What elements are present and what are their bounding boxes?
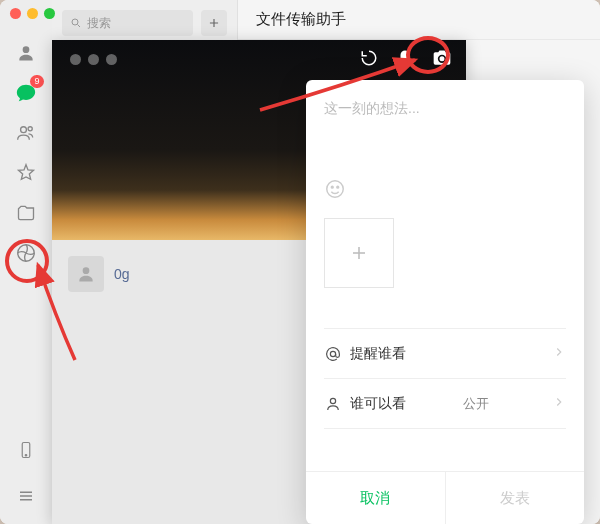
files-tab-icon[interactable] <box>10 197 42 229</box>
add-photo-button[interactable] <box>324 218 394 288</box>
at-icon <box>324 345 350 363</box>
camera-icon[interactable] <box>432 48 452 72</box>
chevron-right-icon <box>552 395 566 412</box>
svg-point-10 <box>337 186 339 188</box>
sidebar-bottom <box>10 434 42 512</box>
chevron-right-icon <box>552 345 566 362</box>
feed-item-name: 0g <box>114 266 130 282</box>
mention-label: 提醒谁看 <box>350 345 406 363</box>
visibility-value: 公开 <box>463 395 489 413</box>
window-controls <box>10 8 55 19</box>
moments-window-controls <box>70 54 117 65</box>
moments-close-button[interactable] <box>70 54 81 65</box>
phone-icon[interactable] <box>10 434 42 466</box>
sidebar: 9 <box>0 0 52 524</box>
svg-point-0 <box>23 46 30 53</box>
svg-point-2 <box>28 127 32 131</box>
svg-point-12 <box>330 398 335 403</box>
chat-title: 文件传输助手 <box>256 10 346 29</box>
chat-header: 文件传输助手 <box>238 0 600 40</box>
close-window-button[interactable] <box>10 8 21 19</box>
mention-option[interactable]: 提醒谁看 <box>324 329 566 379</box>
avatar <box>68 256 104 292</box>
composer-textarea[interactable]: 这一刻的想法... <box>324 100 566 118</box>
minimize-window-button[interactable] <box>27 8 38 19</box>
publish-button[interactable]: 发表 <box>446 472 585 524</box>
cancel-button[interactable]: 取消 <box>306 472 445 524</box>
chat-badge: 9 <box>30 75 44 88</box>
chat-tab-icon[interactable]: 9 <box>10 77 42 109</box>
svg-point-7 <box>83 267 90 274</box>
moments-toolbar <box>360 48 452 72</box>
composer-body: 这一刻的想法... 提醒谁看 谁可以看 公开 <box>306 80 584 471</box>
avatar-icon[interactable] <box>10 37 42 69</box>
notifications-icon[interactable] <box>396 49 414 71</box>
svg-point-5 <box>25 455 27 457</box>
menu-icon[interactable] <box>10 480 42 512</box>
composer-footer: 取消 发表 <box>306 471 584 524</box>
svg-point-1 <box>21 127 27 133</box>
search-input[interactable]: 搜索 <box>62 10 193 36</box>
moments-minimize-button[interactable] <box>88 54 99 65</box>
emoji-icon[interactable] <box>324 178 566 204</box>
composer-options: 提醒谁看 谁可以看 公开 <box>324 328 566 429</box>
svg-point-6 <box>72 19 78 25</box>
maximize-window-button[interactable] <box>44 8 55 19</box>
favorites-tab-icon[interactable] <box>10 157 42 189</box>
moments-tab-icon[interactable] <box>10 237 42 269</box>
svg-point-8 <box>327 181 344 198</box>
new-chat-button[interactable] <box>201 10 227 36</box>
person-icon <box>324 395 350 413</box>
svg-point-9 <box>331 186 333 188</box>
visibility-option[interactable]: 谁可以看 公开 <box>324 379 566 429</box>
svg-point-11 <box>330 351 335 356</box>
refresh-icon[interactable] <box>360 49 378 71</box>
moments-maximize-button[interactable] <box>106 54 117 65</box>
post-composer: 这一刻的想法... 提醒谁看 谁可以看 公开 取消 发表 <box>306 80 584 524</box>
search-placeholder: 搜索 <box>87 15 111 32</box>
visibility-label: 谁可以看 <box>350 395 406 413</box>
contacts-tab-icon[interactable] <box>10 117 42 149</box>
